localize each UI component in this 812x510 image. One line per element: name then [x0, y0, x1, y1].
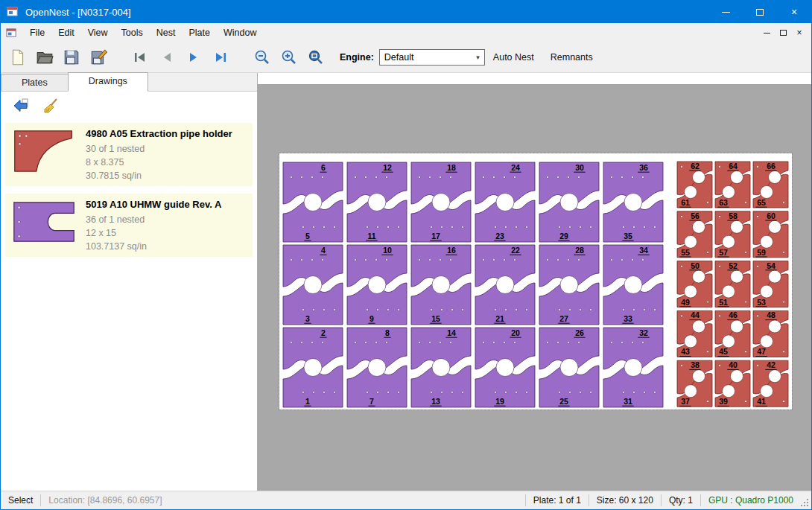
minimize-icon — [722, 12, 730, 13]
red-part-pair[interactable]: 5251 — [715, 261, 750, 307]
menu-item-plate[interactable]: Plate — [182, 24, 217, 42]
save-as-button[interactable] — [85, 45, 112, 70]
menu-item-window[interactable]: Window — [217, 24, 263, 42]
close-button[interactable]: × — [777, 1, 811, 23]
tab-drawings[interactable]: Drawings — [68, 72, 148, 92]
window-title: OpenNest - [N0317-004] — [25, 7, 131, 18]
purple-part-pair[interactable]: 1817 — [411, 162, 471, 242]
mdi-minimize-icon — [764, 33, 770, 34]
part-number: 9 — [369, 314, 374, 323]
red-part-pair[interactable]: 4443 — [677, 310, 712, 357]
red-part-pair[interactable]: 4039 — [715, 360, 750, 407]
part-number: 16 — [447, 246, 456, 255]
part-number: 44 — [691, 310, 700, 319]
part-number: 46 — [729, 310, 738, 319]
engine-combobox[interactable]: Default ▾ — [379, 49, 485, 66]
toolbar: Engine: Default ▾ Auto Nest Remnants — [1, 42, 811, 73]
tab-plates[interactable]: Plates — [1, 74, 69, 91]
red-part-pair[interactable]: 6463 — [715, 162, 750, 208]
purple-part-pair[interactable]: 1615 — [411, 245, 471, 325]
purple-part-pair[interactable]: 1413 — [411, 328, 471, 407]
remnants-button[interactable]: Remnants — [542, 52, 601, 63]
chevron-down-icon: ▾ — [476, 54, 484, 61]
maximize-button[interactable] — [743, 1, 777, 23]
menu-item-file[interactable]: File — [23, 24, 51, 42]
menu-item-edit[interactable]: Edit — [51, 24, 81, 42]
purple-part-pair[interactable]: 87 — [347, 328, 407, 407]
status-gpu: GPU : Quadro P1000 — [701, 491, 801, 509]
part-thumbnail-red — [10, 127, 78, 176]
purple-part-pair[interactable]: 2625 — [539, 328, 599, 407]
part-number: 66 — [767, 162, 775, 170]
minimize-button[interactable] — [708, 1, 743, 23]
import-drawing-button[interactable] — [11, 96, 31, 115]
red-part-pair[interactable]: 4847 — [753, 310, 788, 357]
engine-value: Default — [384, 52, 414, 63]
clear-drawings-button[interactable] — [41, 96, 60, 115]
red-part-pair[interactable]: 5049 — [677, 261, 712, 307]
menu-item-view[interactable]: View — [81, 24, 115, 42]
purple-part-pair[interactable]: 1211 — [347, 162, 407, 242]
purple-part-pair[interactable]: 2221 — [475, 245, 535, 325]
purple-part-pair[interactable]: 43 — [283, 245, 343, 325]
purple-part-pair[interactable]: 3231 — [603, 328, 663, 407]
part-number: 15 — [431, 314, 440, 323]
purple-part-pair[interactable]: 21 — [283, 328, 343, 407]
purple-part-pair[interactable]: 3029 — [539, 162, 599, 242]
red-part-pair[interactable]: 5453 — [753, 261, 788, 307]
red-part-pair[interactable]: 6665 — [753, 162, 788, 208]
part-number: 6 — [321, 163, 326, 172]
red-part-pair[interactable]: 5655 — [677, 211, 712, 258]
purple-part-pair[interactable]: 65 — [283, 162, 343, 242]
part-number: 22 — [511, 246, 520, 255]
purple-part-pair[interactable]: 109 — [347, 245, 407, 325]
new-button[interactable] — [4, 45, 31, 70]
mdi-restore-button[interactable] — [775, 25, 791, 40]
part-number: 43 — [681, 347, 690, 356]
red-part-pair[interactable]: 4241 — [753, 360, 788, 407]
save-button[interactable] — [58, 45, 85, 70]
part-number: 21 — [495, 314, 504, 323]
previous-plate-button[interactable] — [153, 45, 180, 70]
mdi-minimize-button[interactable] — [758, 25, 775, 40]
purple-part-pair[interactable]: 2827 — [539, 245, 599, 325]
zoom-out-button[interactable] — [249, 45, 276, 70]
mdi-restore-icon — [780, 30, 787, 36]
open-button[interactable] — [31, 45, 58, 70]
part-number: 17 — [431, 232, 440, 240]
part-number: 35 — [624, 232, 632, 240]
red-part-pair[interactable]: 6059 — [753, 211, 788, 258]
canvas-top-strip — [258, 73, 811, 84]
auto-nest-button[interactable]: Auto Nest — [485, 52, 542, 63]
red-part-pair[interactable]: 3837 — [677, 360, 712, 407]
part-number: 47 — [757, 347, 766, 356]
list-item-uhmw-guide[interactable]: 5019 A10 UHMW guide Rev. A 36 of 1 neste… — [5, 194, 253, 257]
zoom-in-icon — [280, 48, 298, 66]
purple-part-pair[interactable]: 2019 — [475, 328, 535, 407]
zoom-fit-button[interactable] — [302, 45, 329, 70]
next-plate-button[interactable] — [180, 45, 207, 70]
red-part-pair[interactable]: 4645 — [715, 310, 750, 357]
purple-part-pair[interactable]: 3433 — [603, 245, 663, 325]
part-number: 58 — [729, 211, 738, 220]
purple-part-pair[interactable]: 2423 — [475, 162, 535, 242]
nest-canvas[interactable]: 6512111817242330293635431091615222128273… — [258, 73, 811, 491]
part-thumbnail-purple — [10, 197, 78, 246]
zoom-in-button[interactable] — [276, 45, 302, 70]
first-plate-button[interactable] — [127, 45, 153, 70]
open-folder-icon — [36, 48, 54, 66]
resize-grip[interactable] — [807, 505, 808, 506]
menu-item-nest[interactable]: Nest — [150, 24, 183, 42]
red-part-pair[interactable]: 6261 — [677, 162, 712, 208]
list-item-extraction-pipe-holder[interactable]: 4980 A05 Extraction pipe holder 30 of 1 … — [5, 123, 253, 186]
part-number: 33 — [624, 314, 632, 323]
part-number: 29 — [559, 232, 568, 240]
red-part-pair[interactable]: 5857 — [715, 211, 750, 258]
status-plate: Plate: 1 of 1 — [526, 491, 589, 509]
part-number: 14 — [447, 328, 456, 337]
last-plate-button[interactable] — [207, 45, 234, 70]
menu-item-tools[interactable]: Tools — [115, 24, 150, 42]
purple-part-pair[interactable]: 3635 — [603, 162, 663, 242]
part-number: 18 — [447, 163, 456, 172]
mdi-close-button[interactable]: × — [791, 25, 808, 40]
